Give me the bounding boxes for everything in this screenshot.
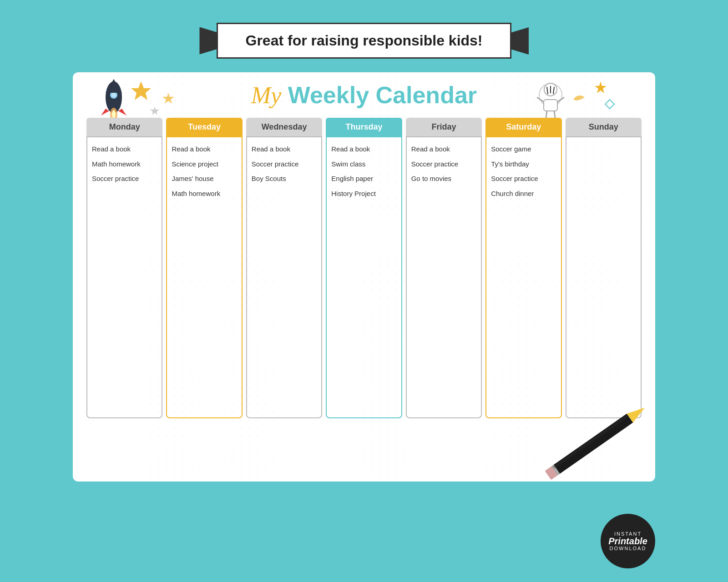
list-item: Math homework	[172, 187, 237, 201]
list-item: James' house	[172, 172, 237, 186]
svg-marker-3	[101, 109, 109, 115]
badge-download: DOWNLOAD	[610, 546, 647, 551]
svg-point-6	[112, 110, 116, 118]
list-item: Ty's birthday	[491, 158, 556, 171]
day-header-friday: Friday	[406, 118, 482, 136]
calendar-card: My Weekly Calendar MondayRead a bookMath…	[73, 72, 655, 482]
day-body-tuesday: Read a bookScience projectJames' houseMa…	[166, 136, 242, 418]
day-header-tuesday: Tuesday	[166, 118, 242, 136]
list-item: Go to movies	[411, 172, 476, 186]
list-item: Math homework	[92, 158, 157, 171]
title-weekly: Weekly	[288, 82, 369, 108]
badge-printable: Printable	[608, 537, 647, 546]
list-item: Soccer practice	[252, 158, 317, 171]
day-column-wednesday: WednesdayRead a bookSoccer practiceBoy S…	[246, 118, 322, 418]
days-grid: MondayRead a bookMath homeworkSoccer pra…	[86, 118, 642, 418]
banner-wing-left	[199, 27, 217, 55]
list-item: Church dinner	[491, 187, 556, 201]
calendar-title: My Weekly Calendar	[86, 81, 642, 109]
list-item: Soccer practice	[491, 172, 556, 186]
list-item: Read a book	[411, 143, 476, 156]
svg-rect-27	[553, 414, 629, 469]
day-column-thursday: ThursdayRead a bookSwim classEnglish pap…	[326, 118, 402, 418]
day-header-thursday: Thursday	[326, 118, 402, 136]
list-item: Read a book	[252, 143, 317, 156]
day-header-sunday: Sunday	[566, 118, 642, 136]
banner-wing-right	[511, 27, 529, 55]
day-column-monday: MondayRead a bookMath homeworkSoccer pra…	[86, 118, 162, 418]
title-calendar: Calendar	[376, 82, 477, 108]
title-my: My	[251, 82, 281, 108]
day-header-monday: Monday	[86, 118, 162, 136]
list-item: Read a book	[92, 143, 157, 156]
day-body-friday: Read a bookSoccer practiceGo to movies	[406, 136, 482, 418]
day-body-thursday: Read a bookSwim classEnglish paperHistor…	[326, 136, 402, 418]
svg-line-20	[554, 111, 555, 118]
day-column-saturday: SaturdaySoccer gameTy's birthdaySoccer p…	[485, 118, 561, 418]
banner-container: Great for raising responsible kids!	[217, 23, 511, 59]
list-item: Soccer game	[491, 143, 556, 156]
list-item: Soccer practice	[411, 158, 476, 171]
banner-text: Great for raising responsible kids!	[245, 32, 482, 49]
svg-marker-4	[118, 109, 126, 115]
list-item: Read a book	[172, 143, 237, 156]
day-body-wednesday: Read a bookSoccer practiceBoy Scouts	[246, 136, 322, 418]
list-item: Soccer practice	[92, 172, 157, 186]
list-item: Science project	[172, 158, 237, 171]
list-item: English paper	[331, 172, 396, 186]
svg-rect-23	[552, 414, 633, 475]
day-column-friday: FridayRead a bookSoccer practiceGo to mo…	[406, 118, 482, 418]
day-column-tuesday: TuesdayRead a bookScience projectJames' …	[166, 118, 242, 418]
day-header-saturday: Saturday	[485, 118, 561, 136]
day-body-saturday: Soccer gameTy's birthdaySoccer practiceC…	[485, 136, 561, 418]
list-item: Boy Scouts	[252, 172, 317, 186]
svg-line-19	[546, 111, 547, 118]
list-item: History Project	[331, 187, 396, 201]
day-header-wednesday: Wednesday	[246, 118, 322, 136]
day-column-sunday: Sunday	[566, 118, 642, 418]
printable-badge: INSTANT Printable DOWNLOAD	[601, 514, 655, 568]
banner: Great for raising responsible kids!	[217, 23, 511, 59]
list-item: Read a book	[331, 143, 396, 156]
list-item: Swim class	[331, 158, 396, 171]
day-body-monday: Read a bookMath homeworkSoccer practice	[86, 136, 162, 418]
day-body-sunday	[566, 136, 642, 418]
